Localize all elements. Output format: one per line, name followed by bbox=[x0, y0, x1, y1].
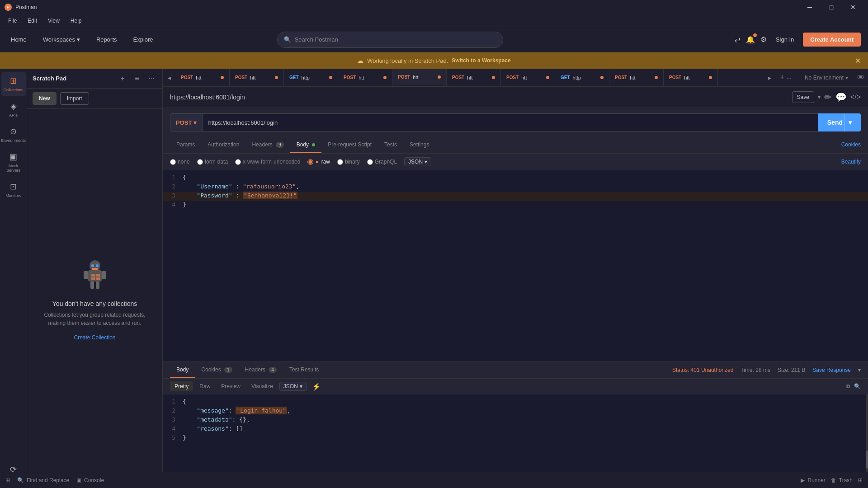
resp-tab-test-results[interactable]: Test Results bbox=[283, 362, 325, 378]
new-button[interactable]: New bbox=[33, 92, 57, 105]
titlebar-controls: ─ □ ✕ bbox=[799, 0, 863, 14]
response-format-selector[interactable]: JSON ▾ bbox=[279, 382, 307, 391]
req-tab-params[interactable]: Params bbox=[170, 137, 201, 153]
resp-tab-body[interactable]: Body bbox=[170, 362, 195, 378]
find-replace-label: Find and Replace bbox=[27, 477, 69, 483]
send-dropdown-icon[interactable]: ▾ bbox=[844, 113, 852, 131]
signin-button[interactable]: Sign In bbox=[772, 34, 797, 45]
req-tab-pre-request-script[interactable]: Pre-request Script bbox=[321, 137, 378, 153]
tab-scroll-right[interactable]: ▸ bbox=[764, 74, 776, 81]
code-icon[interactable]: </> bbox=[850, 93, 861, 101]
save-button[interactable]: Save bbox=[792, 91, 814, 103]
menu-edit[interactable]: Edit bbox=[23, 16, 42, 26]
explore-link[interactable]: Explore bbox=[130, 34, 157, 45]
binary-option[interactable]: binary bbox=[337, 159, 360, 165]
form-data-option[interactable]: form-data bbox=[197, 159, 228, 165]
eye-icon[interactable]: 👁 bbox=[854, 74, 868, 82]
layout-toggle[interactable]: ⊞ bbox=[5, 477, 10, 483]
scrollbar-thumb[interactable] bbox=[866, 450, 868, 469]
comment-icon[interactable]: 💬 bbox=[835, 92, 847, 103]
body-format-selector[interactable]: JSON ▾ bbox=[404, 157, 431, 166]
close-button[interactable]: ✕ bbox=[843, 0, 863, 14]
save-chevron[interactable]: ▾ bbox=[818, 94, 821, 100]
sidebar-item-mock-servers[interactable]: ▣ Mock Servers bbox=[1, 148, 26, 176]
req-tab-headers[interactable]: Headers 9 bbox=[245, 137, 290, 153]
req-tab-tests[interactable]: Tests bbox=[378, 137, 403, 153]
find-replace-item[interactable]: 🔍 Find and Replace bbox=[17, 477, 69, 483]
workspaces-dropdown[interactable]: Workspaces ▾ bbox=[39, 34, 84, 45]
edit-icon[interactable]: ✏ bbox=[824, 92, 832, 103]
graphql-option[interactable]: GraphQL bbox=[367, 159, 397, 165]
sidebar-item-monitors[interactable]: ⊡ Monitors bbox=[1, 178, 26, 202]
save-response-chevron[interactable]: ▾ bbox=[858, 367, 861, 373]
sync-icon[interactable]: ⇄ bbox=[735, 35, 741, 44]
add-collection-button[interactable]: + bbox=[117, 73, 128, 84]
create-collection-button[interactable]: Create Collection bbox=[74, 334, 115, 341]
resp-format-pretty[interactable]: Pretty bbox=[170, 381, 193, 391]
save-response-button[interactable]: Save Response bbox=[812, 367, 851, 373]
filter-icon[interactable]: ⚡ bbox=[312, 382, 321, 391]
copy-icon[interactable]: ⧉ bbox=[846, 383, 850, 389]
url-input[interactable] bbox=[202, 113, 818, 131]
search-response-icon[interactable]: 🔍 bbox=[854, 383, 861, 389]
tab-9[interactable]: POST htt bbox=[609, 69, 664, 87]
tab-scroll-left[interactable]: ◂ bbox=[163, 74, 175, 81]
home-link[interactable]: Home bbox=[7, 34, 30, 45]
settings-icon[interactable]: ⚙ bbox=[760, 35, 767, 44]
req-tab-body[interactable]: Body bbox=[290, 137, 322, 153]
tab-6[interactable]: POST htt bbox=[447, 69, 501, 87]
more-options-button[interactable]: ··· bbox=[146, 73, 157, 84]
tab-3[interactable]: GET http bbox=[284, 69, 338, 87]
tab-4[interactable]: POST htt bbox=[338, 69, 392, 87]
send-button[interactable]: Send ▾ bbox=[818, 113, 861, 131]
minimize-button[interactable]: ─ bbox=[799, 0, 820, 14]
add-tab-button[interactable]: + bbox=[780, 73, 785, 82]
maximize-button[interactable]: □ bbox=[821, 0, 842, 14]
console-item[interactable]: ▣ Console bbox=[76, 477, 104, 483]
tab-5-active[interactable]: POST htt bbox=[392, 69, 447, 87]
filter-button[interactable]: ≡ bbox=[132, 73, 142, 84]
banner-close-icon[interactable]: ✕ bbox=[855, 56, 861, 65]
resp-format-preview[interactable]: Preview bbox=[217, 381, 245, 391]
menu-view[interactable]: View bbox=[43, 16, 64, 26]
method-selector[interactable]: POST ▾ bbox=[170, 113, 202, 131]
tab-2[interactable]: POST htt bbox=[230, 69, 284, 87]
switch-workspace-link[interactable]: Switch to a Workspace bbox=[452, 57, 510, 64]
environment-selector[interactable]: No Environment ▾ bbox=[799, 75, 854, 81]
sidebar-label-monitors: Monitors bbox=[5, 193, 21, 198]
bell-icon[interactable]: 🔔 bbox=[746, 35, 755, 44]
tab-1[interactable]: POST htt bbox=[175, 69, 230, 87]
request-body-editor[interactable]: 1 { 2 "Username" : "rafausuario23", 3 "P… bbox=[163, 170, 868, 361]
resp-format-raw[interactable]: Raw bbox=[195, 381, 215, 391]
menu-help[interactable]: Help bbox=[66, 16, 86, 26]
cookies-link[interactable]: Cookies bbox=[841, 137, 861, 153]
import-button[interactable]: Import bbox=[60, 92, 89, 105]
create-account-button[interactable]: Create Account bbox=[803, 33, 861, 47]
sidebar-item-environments[interactable]: ⊙ Environments bbox=[1, 123, 26, 146]
tab-more-button[interactable]: ··· bbox=[786, 74, 792, 81]
resp-tab-headers[interactable]: Headers 4 bbox=[239, 362, 283, 378]
tab-7[interactable]: POST htt bbox=[501, 69, 555, 87]
unsaved-indicator bbox=[329, 76, 332, 79]
resp-tab-cookies[interactable]: Cookies 1 bbox=[195, 362, 238, 378]
resp-format-visualize[interactable]: Visualize bbox=[247, 381, 278, 391]
beautify-button[interactable]: Beautify bbox=[841, 159, 861, 165]
none-option[interactable]: none bbox=[170, 159, 190, 165]
req-tab-settings[interactable]: Settings bbox=[403, 137, 435, 153]
expand-icon[interactable]: ⊞ bbox=[858, 477, 863, 483]
runner-item[interactable]: ▶ Runner bbox=[801, 477, 825, 483]
tab-8[interactable]: GET http bbox=[555, 69, 609, 87]
trash-item[interactable]: 🗑 Trash bbox=[831, 477, 853, 483]
menu-file[interactable]: File bbox=[4, 16, 21, 26]
sidebar-item-collections[interactable]: ⊞ Collections bbox=[1, 72, 26, 96]
raw-option[interactable]: ● raw bbox=[307, 159, 330, 165]
resp-line-5: 5 } bbox=[163, 434, 868, 443]
reports-link[interactable]: Reports bbox=[93, 34, 121, 45]
empty-state-description: Collections let you group related reques… bbox=[36, 311, 153, 327]
sidebar-item-apis[interactable]: ◈ APIs bbox=[1, 98, 26, 121]
req-tab-authorization[interactable]: Authorization bbox=[201, 137, 245, 153]
urlencoded-option[interactable]: x-www-form-urlencoded bbox=[235, 159, 300, 165]
search-bar[interactable]: 🔍 Search Postman bbox=[277, 32, 503, 48]
tab-10[interactable]: POST htt bbox=[664, 69, 718, 87]
tab-name: htt bbox=[250, 75, 272, 80]
